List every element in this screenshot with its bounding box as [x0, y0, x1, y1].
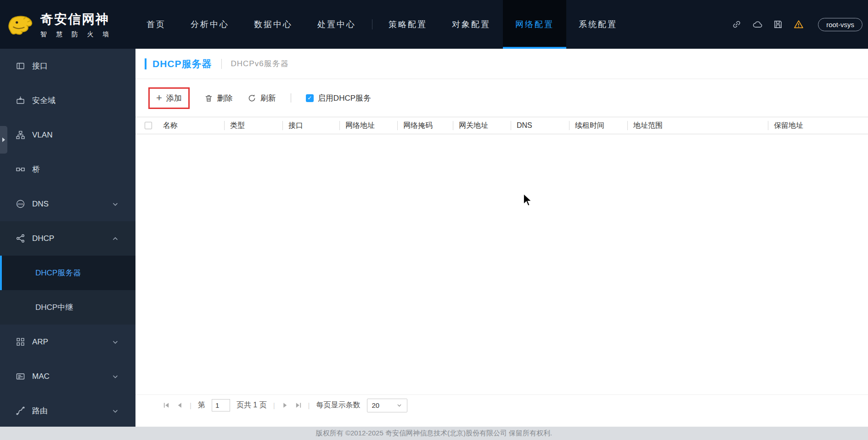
tab-divider — [221, 59, 222, 69]
chevron-up-icon — [112, 235, 119, 242]
logo-subtitle: 智 慧 防 火 墙 — [40, 30, 113, 39]
sidebar-item-interface[interactable]: 接口 — [0, 49, 135, 83]
page-total-label: 页共 1 页 — [237, 400, 267, 410]
plus-icon: + — [156, 94, 162, 102]
page-label: 第 — [198, 400, 205, 410]
sidebar-item-security-zone[interactable]: 安全域 — [0, 83, 135, 118]
delete-button-label: 删除 — [217, 93, 233, 103]
nav-divider — [372, 19, 372, 29]
nav-item-home[interactable]: 首页 — [134, 0, 178, 49]
enable-dhcp-label: 启用DHCP服务 — [318, 93, 371, 103]
pagination: | 第 页共 1 页 | | 每页显示条数 20 — [135, 394, 868, 416]
chevron-down-icon — [112, 373, 119, 380]
topbar: 奇安信网神 智 慧 防 火 墙 首页 分析中心 数据中心 处置中心 策略配置 对… — [0, 0, 868, 49]
nav-item-system-config[interactable]: 系统配置 — [566, 0, 630, 49]
sidebar: 接口 安全域 VLAN 桥 — [0, 49, 135, 427]
chevron-down-icon — [112, 200, 119, 208]
last-page-icon[interactable] — [295, 402, 302, 409]
security-zone-icon — [16, 96, 25, 105]
chevron-down-icon — [396, 402, 402, 408]
column-header-netmask[interactable]: 网络掩码 — [397, 121, 453, 130]
sidebar-item-label: DNS — [32, 200, 49, 209]
route-icon — [16, 406, 25, 416]
refresh-button[interactable]: 刷新 — [248, 93, 276, 103]
pagination-divider: | — [190, 401, 192, 409]
vsys-selector[interactable]: root-vsys — [818, 18, 862, 31]
prev-page-icon[interactable] — [176, 402, 183, 409]
active-tab-indicator — [145, 58, 147, 69]
tab-dhcp-server[interactable]: DHCP服务器 — [145, 57, 212, 70]
sidebar-item-dhcp-server[interactable]: DHCP服务器 — [0, 256, 135, 290]
sidebar-item-label: 路由 — [32, 406, 48, 416]
column-header-lease-time[interactable]: 续租时间 — [569, 121, 627, 130]
nav-item-data-center[interactable]: 数据中心 — [242, 0, 305, 49]
column-header-gateway[interactable]: 网关地址 — [453, 121, 511, 130]
sidebar-item-dns[interactable]: DNS DNS — [0, 187, 135, 221]
interface-icon — [16, 61, 25, 71]
sidebar-collapse-handle[interactable] — [0, 126, 7, 154]
sidebar-item-label: 接口 — [32, 61, 48, 71]
nav-item-network-config[interactable]: 网络配置 — [503, 0, 566, 49]
page-number-input[interactable] — [212, 399, 230, 411]
refresh-button-label: 刷新 — [260, 93, 276, 103]
sidebar-item-dhcp[interactable]: DHCP — [0, 221, 135, 256]
chevron-down-icon — [112, 338, 119, 346]
bridge-icon — [16, 165, 25, 174]
sidebar-item-label: 安全域 — [32, 95, 56, 106]
dhcp-icon — [16, 234, 25, 243]
select-all-checkbox[interactable] — [145, 122, 152, 129]
link-icon[interactable] — [732, 19, 742, 29]
page-size-select[interactable]: 20 — [367, 399, 407, 412]
nav-item-disposal-center[interactable]: 处置中心 — [305, 0, 368, 49]
logo-text: 奇安信网神 智 慧 防 火 墙 — [40, 11, 113, 39]
sidebar-item-label: DHCP中继 — [35, 302, 73, 313]
app-screen: 奇安信网神 智 慧 防 火 墙 首页 分析中心 数据中心 处置中心 策略配置 对… — [0, 0, 868, 440]
column-header-dns[interactable]: DNS — [511, 121, 569, 130]
sidebar-item-bridge[interactable]: 桥 — [0, 152, 135, 187]
svg-text:DNS: DNS — [17, 203, 23, 206]
pagination-divider: | — [308, 401, 310, 409]
top-nav: 首页 分析中心 数据中心 处置中心 策略配置 对象配置 网络配置 系统配置 — [134, 0, 630, 49]
sidebar-item-arp[interactable]: ARP — [0, 325, 135, 359]
sidebar-item-label: MAC — [32, 372, 50, 381]
warning-icon[interactable] — [794, 19, 804, 29]
column-header-reserved-address[interactable]: 保留地址 — [768, 121, 868, 130]
sidebar-item-label: DHCP — [32, 234, 54, 243]
save-icon[interactable] — [773, 19, 783, 29]
sidebar-item-label: ARP — [32, 337, 48, 347]
sidebar-item-dhcp-relay[interactable]: DHCP中继 — [0, 290, 135, 325]
nav-item-object-config[interactable]: 对象配置 — [440, 0, 503, 49]
sidebar-item-label: DHCP服务器 — [35, 268, 81, 278]
column-header-name[interactable]: 名称 — [158, 121, 224, 130]
enable-dhcp-checkbox[interactable]: ✓ — [306, 94, 314, 102]
column-header-interface[interactable]: 接口 — [282, 121, 339, 130]
table-header: 名称 类型 接口 网络地址 网络掩码 网关地址 DNS 续租时间 地址范围 保留… — [135, 117, 868, 134]
tab-dhcpv6-server[interactable]: DHCPv6服务器 — [231, 58, 289, 69]
dns-icon: DNS — [16, 199, 25, 209]
sidebar-item-vlan[interactable]: VLAN — [0, 118, 135, 152]
first-page-icon[interactable] — [163, 402, 170, 409]
next-page-icon[interactable] — [282, 402, 288, 409]
sidebar-item-route[interactable]: 路由 — [0, 394, 135, 428]
cloud-icon[interactable] — [752, 19, 762, 29]
column-header-type[interactable]: 类型 — [224, 121, 282, 130]
page-size-label: 每页显示条数 — [316, 400, 361, 410]
toolbar: + 添加 删除 刷新 — [135, 79, 868, 117]
sidebar-item-label: VLAN — [32, 131, 52, 140]
nav-item-policy-config[interactable]: 策略配置 — [376, 0, 440, 49]
annotation-highlight-box: + 添加 — [148, 87, 190, 109]
column-header-network-address[interactable]: 网络地址 — [339, 121, 397, 130]
delete-button[interactable]: 删除 — [204, 93, 233, 103]
column-header-address-range[interactable]: 地址范围 — [627, 121, 768, 130]
sidebar-item-label: 桥 — [32, 164, 40, 175]
footer: 版权所有 ©2012-2025 奇安信网神信息技术(北京)股份有限公司 保留所有… — [0, 427, 868, 440]
mac-icon — [16, 371, 25, 381]
table-body-empty — [135, 134, 868, 394]
sidebar-item-mac[interactable]: MAC — [0, 359, 135, 394]
add-button[interactable]: + 添加 — [156, 93, 182, 103]
logo-mascot-icon — [6, 12, 35, 36]
pagination-divider: | — [273, 401, 275, 409]
nav-item-analysis-center[interactable]: 分析中心 — [178, 0, 242, 49]
enable-dhcp-toggle[interactable]: ✓ 启用DHCP服务 — [306, 93, 371, 103]
logo: 奇安信网神 智 慧 防 火 墙 — [0, 0, 134, 49]
